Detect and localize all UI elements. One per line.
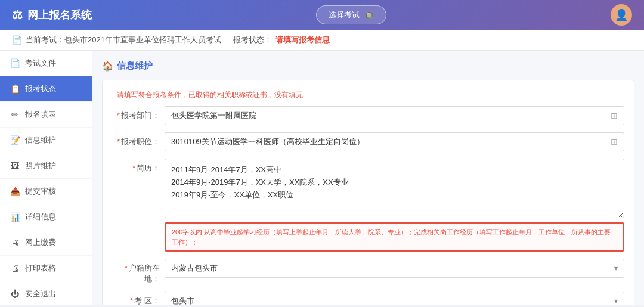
sidebar-label-submit-review: 提交审核 xyxy=(25,186,56,197)
department-value: 包头医学院第一附属医院 xyxy=(171,110,256,121)
status-value: 请填写报考信息 xyxy=(275,35,330,45)
department-label: 报考部门： xyxy=(112,106,160,121)
form-container: 请填写符合报考条件，已取得的相关职称或证书，没有填无 报考部门： 包头医学院第一… xyxy=(102,80,634,305)
sidebar-label-exam-form: 报名填表 xyxy=(25,109,56,120)
sidebar-item-info-maintain[interactable]: 📝 信息维护 xyxy=(0,128,92,153)
select-exam-button[interactable]: 选择考试 🔘 xyxy=(316,5,386,24)
sidebar-label-detail-info: 详细信息 xyxy=(25,212,56,222)
sidebar-label-print-form: 打印表格 xyxy=(25,263,56,274)
main-content: 🏠 信息维护 请填写符合报考条件，已取得的相关职称或证书，没有填无 报考部门： … xyxy=(92,51,644,305)
header: ⚖ 网上报名系统 选择考试 🔘 👤 xyxy=(0,0,644,30)
position-value: 3010109关节运动医学一科医师（高校毕业生定向岗位） xyxy=(171,137,364,147)
page-title-icon: 🏠 xyxy=(102,61,113,72)
resume-wrapper: 2011年9月-2014年7月，XX高中 2014年9月-2019年7月，XX大… xyxy=(165,159,624,252)
district-value: 包头市 xyxy=(171,296,194,305)
province-select[interactable]: 内蒙古包头市 xyxy=(165,259,624,278)
district-select[interactable]: 包头市 xyxy=(165,292,624,305)
print-form-icon: 🖨 xyxy=(10,263,20,273)
detail-info-icon: 📊 xyxy=(10,212,20,222)
sidebar-item-exam-form[interactable]: ✏ 报名填表 xyxy=(0,102,92,128)
page-title: 🏠 信息维护 xyxy=(102,60,634,72)
form-top-hint: 请填写符合报考条件，已取得的相关职称或证书，没有填无 xyxy=(112,90,624,100)
district-label: 考 区： xyxy=(112,292,160,305)
sidebar-item-photo-maintain[interactable]: 🖼 照片维护 xyxy=(0,153,92,179)
sidebar-label-photo-maintain: 照片维护 xyxy=(25,160,56,171)
avatar[interactable]: 👤 xyxy=(611,4,632,26)
resume-textarea[interactable]: 2011年9月-2014年7月，XX高中 2014年9月-2019年7月，XX大… xyxy=(165,159,624,218)
province-value: 内蒙古包头市 xyxy=(171,263,218,274)
status-label: 报考状态： xyxy=(233,35,272,45)
sidebar-label-exam-status: 报考状态 xyxy=(25,83,56,94)
topbar: 📄 当前考试：包头市2021年市直事业单位招聘工作人员考试 报考状态： 请填写报… xyxy=(0,30,644,51)
department-row: 报考部门： 包头医学院第一附属医院 xyxy=(112,106,624,125)
exam-status: 报考状态： 请填写报考信息 xyxy=(233,35,330,45)
resume-label: 简历： xyxy=(112,159,160,173)
province-label: 户籍所在地： xyxy=(112,259,160,284)
sidebar-item-exam-status[interactable]: 📋 报考状态 xyxy=(0,76,92,102)
select-exam-label: 选择考试 xyxy=(329,10,360,20)
sidebar-item-online-fee[interactable]: 🖨 网上缴费 xyxy=(0,230,92,256)
sidebar-item-logout[interactable]: ⏻ 安全退出 xyxy=(0,281,92,305)
sidebar-label-online-fee: 网上缴费 xyxy=(25,237,56,248)
exam-form-icon: ✏ xyxy=(10,110,20,119)
current-exam-label: 当前考试：包头市2021年市直事业单位招聘工作人员考试 xyxy=(26,35,221,45)
sidebar-item-print-form[interactable]: 🖨 打印表格 xyxy=(0,256,92,281)
sidebar-item-submit-review[interactable]: 📤 提交审核 xyxy=(0,179,92,204)
current-exam: 📄 当前考试：包头市2021年市直事业单位招聘工作人员考试 xyxy=(12,35,221,45)
resume-hint-box: 200字以内 从高中毕业起学习经历（填写上学起止年月，所读大学、院系、专业）；完… xyxy=(165,222,624,252)
district-row: 考 区： 包头市 xyxy=(112,292,624,305)
position-label: 报考职位： xyxy=(112,132,160,147)
info-maintain-icon: 📝 xyxy=(10,135,20,145)
sidebar-item-detail-info[interactable]: 📊 详细信息 xyxy=(0,204,92,230)
position-input[interactable]: 3010109关节运动医学一科医师（高校毕业生定向岗位） xyxy=(165,132,624,151)
sidebar-label-logout: 安全退出 xyxy=(25,289,56,299)
logout-icon: ⏻ xyxy=(10,289,20,299)
logo-text: 网上报名系统 xyxy=(27,8,92,22)
logo: ⚖ 网上报名系统 xyxy=(12,8,92,22)
select-exam-icon: 🔘 xyxy=(364,11,374,20)
header-center: 选择考试 🔘 xyxy=(316,5,386,24)
exam-doc-icon: 📄 xyxy=(10,58,20,68)
resume-row: 简历： 2011年9月-2014年7月，XX高中 2014年9月-2019年7月… xyxy=(112,159,624,252)
logo-icon: ⚖ xyxy=(12,8,23,22)
province-row: 户籍所在地： 内蒙古包头市 xyxy=(112,259,624,284)
avatar-icon: 👤 xyxy=(615,8,628,21)
sidebar-label-exam-doc: 考试文件 xyxy=(25,58,56,69)
department-input[interactable]: 包头医学院第一附属医院 xyxy=(165,106,624,125)
sidebar: 📄 考试文件 📋 报考状态 ✏ 报名填表 📝 信息维护 🖼 照片维护 📤 提交审… xyxy=(0,51,92,305)
sidebar-label-info-maintain: 信息维护 xyxy=(25,135,56,145)
exam-doc-icon: 📄 xyxy=(12,35,22,45)
layout: 📄 考试文件 📋 报考状态 ✏ 报名填表 📝 信息维护 🖼 照片维护 📤 提交审… xyxy=(0,51,644,305)
photo-maintain-icon: 🖼 xyxy=(10,161,20,170)
online-fee-icon: 🖨 xyxy=(10,238,20,247)
sidebar-item-exam-doc[interactable]: 📄 考试文件 xyxy=(0,51,92,76)
submit-review-icon: 📤 xyxy=(10,187,20,196)
exam-status-icon: 📋 xyxy=(10,84,20,94)
position-row: 报考职位： 3010109关节运动医学一科医师（高校毕业生定向岗位） xyxy=(112,132,624,151)
page-title-text: 信息维护 xyxy=(117,60,153,72)
